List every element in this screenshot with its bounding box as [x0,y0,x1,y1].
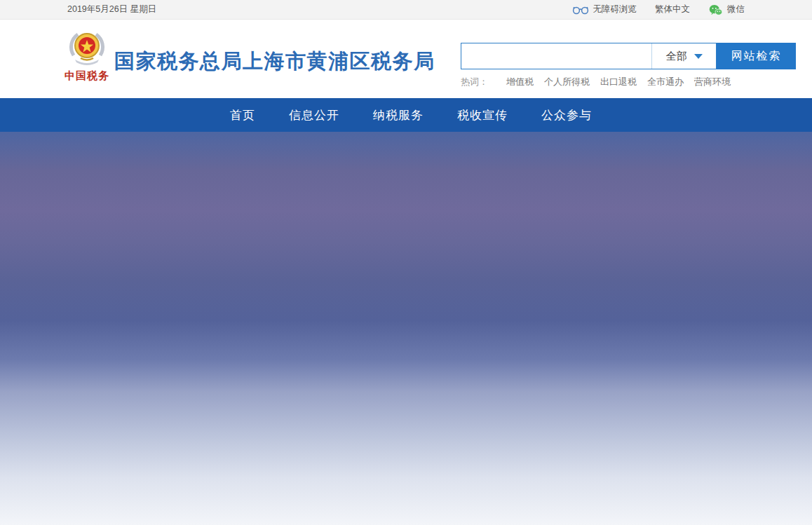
top-bar: 2019年5月26日 星期日 无障碍浏览 繁体中文 [0,0,812,20]
main-nav: 首页 信息公开 纳税服务 税收宣传 公众参与 [0,98,812,132]
wechat-link[interactable]: 微信 [708,4,745,16]
current-date: 2019年5月26日 星期日 [67,4,156,15]
hot-words-label: 热词： [461,76,488,88]
hot-word-link[interactable]: 全市通办 [647,76,684,88]
nav-item-info-disclosure[interactable]: 信息公开 [289,107,339,123]
logo-caption: 中国税务 [59,69,115,83]
nav-item-tax-services[interactable]: 纳税服务 [373,107,424,123]
tax-emblem-icon [65,27,109,68]
search-box: 全部 [461,43,717,69]
site-header: 中国税务 国家税务总局上海市黄浦区税务局 全部 网站检索 热词： 增值税 个人所… [0,20,812,98]
hot-words-row: 热词： 增值税 个人所得税 出口退税 全市通办 营商环境 [461,76,796,88]
chevron-down-icon [694,54,703,59]
site-search-button[interactable]: 网站检索 [717,43,796,69]
hot-word-link[interactable]: 个人所得税 [544,76,590,88]
top-bar-links: 无障碍浏览 繁体中文 微信 [572,4,745,16]
search-category-dropdown[interactable]: 全部 [651,43,716,69]
glasses-icon [572,4,589,15]
nav-item-tax-publicity[interactable]: 税收宣传 [457,107,508,123]
site-logo: 中国税务 [59,27,115,83]
nav-item-home[interactable]: 首页 [230,107,255,123]
wechat-icon [708,4,723,16]
traditional-chinese-link[interactable]: 繁体中文 [655,4,690,15]
page-title: 国家税务总局上海市黄浦区税务局 [114,48,435,76]
accessibility-link[interactable]: 无障碍浏览 [572,4,637,15]
hot-word-link[interactable]: 营商环境 [694,76,731,88]
page: 2019年5月26日 星期日 无障碍浏览 繁体中文 [0,0,812,525]
hero-image [0,132,812,525]
search-input[interactable] [461,43,651,69]
hot-word-link[interactable]: 增值税 [506,76,534,88]
search-area: 全部 网站检索 热词： 增值税 个人所得税 出口退税 全市通办 营商环境 [461,43,796,88]
nav-item-public-participation[interactable]: 公众参与 [541,107,592,123]
hot-word-link[interactable]: 出口退税 [600,76,637,88]
